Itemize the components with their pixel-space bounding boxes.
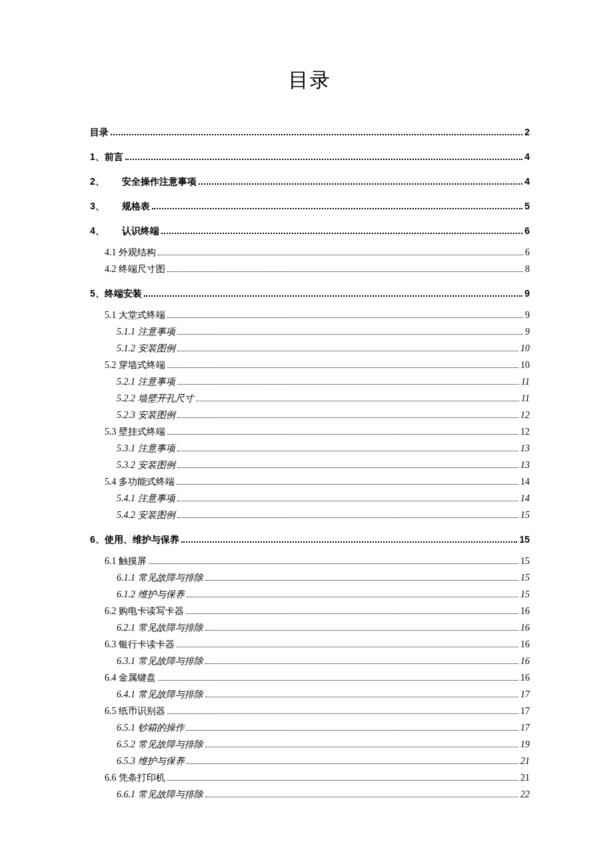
toc-entry[interactable]: 6.4.1 常见故障与排除17 (90, 690, 530, 699)
toc-entry-page: 14 (520, 494, 530, 503)
toc-entry-label: 5.1.1 注意事项 (117, 327, 175, 337)
toc-entry[interactable]: 6.2.1 常见故障与排除16 (90, 623, 530, 633)
toc-entry-page: 17 (520, 690, 530, 699)
toc-entry-page: 10 (520, 361, 530, 370)
toc-entry[interactable]: 6.5 纸币识别器17 (90, 707, 530, 716)
toc-leader-dots (161, 227, 522, 234)
toc-entry-label: 5.1.2 安装图例 (117, 344, 175, 353)
toc-entry[interactable]: 2、安全操作注意事项4 (90, 177, 530, 187)
toc-leader-dots (187, 591, 519, 597)
toc-entry[interactable]: 5.2 穿墙式终端10 (90, 361, 530, 370)
toc-entry[interactable]: 4.1 外观结构6 (90, 248, 530, 257)
toc-entry-page: 11 (521, 394, 530, 403)
toc-entry[interactable]: 6.6 凭条打印机21 (90, 773, 530, 783)
toc-entry-page: 21 (520, 757, 530, 766)
toc-entry[interactable]: 目录2 (90, 127, 530, 137)
toc-leader-dots (177, 512, 519, 518)
toc-leader-dots (167, 266, 523, 272)
toc-entry-page: 6 (525, 248, 530, 257)
toc-entry-page: 10 (520, 344, 530, 353)
toc-entry-label: 6.5.2 常见故障与排除 (117, 740, 203, 749)
toc-entry[interactable]: 5.3.2 安装图例13 (90, 461, 530, 470)
toc-entry[interactable]: 5.3.1 注意事项13 (90, 444, 530, 453)
toc-entry[interactable]: 5.3 壁挂式终端12 (90, 427, 530, 437)
toc-entry[interactable]: 5.1.1 注意事项9 (90, 327, 530, 337)
toc-leader-dots (167, 362, 518, 368)
toc-leader-dots (205, 575, 519, 581)
toc-leader-dots (186, 608, 518, 614)
toc-entry[interactable]: 4.2 终端尺寸图8 (90, 265, 530, 274)
toc-entry-label: 6.3.1 常见故障与排除 (117, 657, 203, 666)
toc-entry-label: 5.4 多功能式终端 (105, 477, 175, 487)
toc-entry[interactable]: 6.3 银行卡读卡器16 (90, 640, 530, 649)
toc-leader-dots (177, 345, 519, 351)
toc-entry-page: 4 (524, 177, 530, 186)
toc-entry-label: 6.5.1 钞箱的操作 (117, 723, 185, 733)
toc-entry[interactable]: 4、认识终端6 (90, 226, 530, 236)
toc-leader-dots (149, 558, 518, 564)
toc-entry-page: 9 (525, 311, 530, 320)
toc-leader-dots (167, 312, 523, 318)
toc-entry[interactable]: 5.2.2 墙壁开孔尺寸11 (90, 394, 530, 403)
toc-entry-label: 6.2 购电卡读写卡器 (105, 607, 184, 616)
toc-entry-label: 6.6 凭条打印机 (105, 773, 165, 783)
toc-entry-label: 5.3.1 注意事项 (117, 444, 175, 453)
toc-entry-label: 5.1 大堂式终端 (105, 311, 165, 320)
toc-leader-dots (125, 153, 522, 160)
toc-entry-label: 6.3 银行卡读卡器 (105, 640, 175, 649)
toc-entry[interactable]: 5.2.1 注意事项11 (90, 377, 530, 387)
toc-entry-page: 9 (524, 289, 530, 298)
toc-leader-dots (144, 290, 522, 297)
toc-entry-page: 8 (525, 265, 530, 274)
toc-leader-dots (205, 691, 519, 697)
toc-entry[interactable]: 6.4 金属键盘16 (90, 673, 530, 683)
toc-entry-label: 6.1 触摸屏 (105, 557, 147, 566)
toc-entry[interactable]: 6.1 触摸屏15 (90, 557, 530, 566)
toc-entry-page: 11 (521, 377, 530, 387)
toc-entry[interactable]: 5.2.3 安装图例12 (90, 411, 530, 420)
toc-leader-dots (177, 379, 520, 385)
toc-entry[interactable]: 5.4 多功能式终端14 (90, 477, 530, 487)
toc-entry[interactable]: 5.4.2 安装图例15 (90, 511, 530, 520)
toc-entry[interactable]: 6.5.1 钞箱的操作17 (90, 723, 530, 733)
toc-leader-dots (187, 725, 519, 731)
toc-leader-dots (152, 203, 522, 209)
toc-entry-label: 5.2.1 注意事项 (117, 377, 175, 387)
toc-leader-dots (158, 675, 518, 681)
toc-entry[interactable]: 1、前言4 (90, 152, 530, 162)
toc-entry[interactable]: 6.1.2 维护与保养15 (90, 590, 530, 599)
toc-entry-page: 9 (525, 327, 530, 337)
toc-entry-label: 5.4.2 安装图例 (117, 511, 175, 520)
toc-entry[interactable]: 6.1.1 常见故障与排除15 (90, 573, 530, 583)
toc-entry[interactable]: 6.2 购电卡读写卡器16 (90, 607, 530, 616)
toc-entry[interactable]: 5.1.2 安装图例10 (90, 344, 530, 353)
toc-entry-label: 6.5.3 维护与保养 (117, 757, 185, 766)
toc-entry[interactable]: 6、使用、维护与保养15 (90, 535, 530, 545)
toc-entry-label: 6、使用、维护与保养 (90, 535, 179, 544)
toc-entry-page: 15 (520, 573, 530, 583)
toc-entry-label: 6.5 纸币识别器 (105, 707, 165, 716)
toc-entry-page: 17 (520, 707, 530, 716)
toc-entry[interactable]: 6.3.1 常见故障与排除16 (90, 657, 530, 666)
toc-leader-dots (177, 495, 519, 501)
toc-entry-label: 5.2.3 安装图例 (117, 411, 175, 420)
toc-entry[interactable]: 6.6.1 常见故障与排除22 (90, 790, 530, 799)
toc-entry-label: 5.3.2 安装图例 (117, 461, 175, 470)
toc-entry-label: 6.2.1 常见故障与排除 (117, 623, 203, 633)
toc-entry[interactable]: 5、终端安装9 (90, 289, 530, 299)
toc-entry-page: 15 (520, 557, 530, 566)
toc-leader-dots (181, 536, 518, 543)
toc-entry[interactable]: 6.5.2 常见故障与排除19 (90, 740, 530, 749)
toc-entry[interactable]: 5.1 大堂式终端9 (90, 311, 530, 320)
toc-entry-label: 6.1.2 维护与保养 (117, 590, 185, 599)
toc-entry[interactable]: 5.4.1 注意事项14 (90, 494, 530, 503)
toc-leader-dots (177, 445, 519, 451)
toc-entry-page: 16 (520, 640, 530, 649)
toc-entry[interactable]: 3、规格表5 (90, 201, 530, 211)
toc-entry-page: 13 (520, 444, 530, 453)
toc-entry-label: 3、规格表 (90, 201, 150, 211)
toc-entry-page: 2 (524, 127, 530, 137)
toc-entry-label: 2、安全操作注意事项 (90, 177, 197, 186)
page-title: 目录 (90, 67, 530, 94)
toc-entry[interactable]: 6.5.3 维护与保养21 (90, 757, 530, 766)
